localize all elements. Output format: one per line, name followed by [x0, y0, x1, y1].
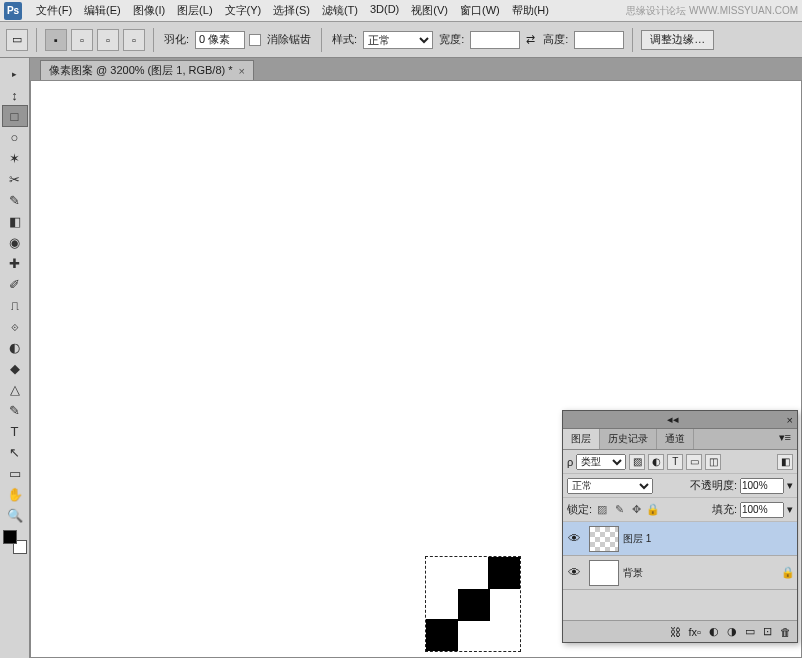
- lock-label: 锁定:: [567, 502, 592, 517]
- filter-kind-select[interactable]: 类型: [576, 454, 626, 470]
- tool-button[interactable]: ↕: [3, 85, 27, 105]
- tool-button[interactable]: ◉: [3, 232, 27, 252]
- tool-button[interactable]: ◆: [3, 358, 27, 378]
- filter-toggle-icon[interactable]: ◧: [777, 454, 793, 470]
- width-input: [470, 31, 520, 49]
- filter-adjust-icon[interactable]: ◐: [648, 454, 664, 470]
- document-tab-bar: 像素图案 @ 3200% (图层 1, RGB/8) * ×: [30, 58, 802, 80]
- tool-button[interactable]: 🔍: [3, 505, 27, 525]
- selection-subtract-icon[interactable]: ▫: [97, 29, 119, 51]
- pixel-block: [458, 589, 490, 621]
- panel-collapse-icon[interactable]: ◂◂: [663, 413, 683, 426]
- filter-smart-icon[interactable]: ◫: [705, 454, 721, 470]
- layer-row[interactable]: 👁图层 1: [563, 522, 797, 556]
- filter-pixel-icon[interactable]: ▨: [629, 454, 645, 470]
- layer-fx-icon[interactable]: fx▫: [689, 626, 701, 638]
- tool-button[interactable]: △: [3, 379, 27, 399]
- tool-button[interactable]: ✎: [3, 190, 27, 210]
- tool-button[interactable]: ✐: [3, 274, 27, 294]
- lock-paint-icon[interactable]: ✎: [612, 503, 626, 516]
- tool-button[interactable]: ⎍: [3, 295, 27, 315]
- tool-button[interactable]: ✚: [3, 253, 27, 273]
- tool-button[interactable]: ↖: [3, 442, 27, 462]
- menu-item[interactable]: 3D(D): [364, 1, 405, 20]
- menu-item[interactable]: 编辑(E): [78, 1, 127, 20]
- lock-icon: 🔒: [779, 566, 797, 579]
- expand-icon[interactable]: ▸: [3, 64, 27, 84]
- refine-edge-button[interactable]: 调整边缘…: [641, 30, 714, 50]
- width-label: 宽度:: [437, 32, 466, 47]
- style-select[interactable]: 正常: [363, 31, 433, 49]
- menu-item[interactable]: 滤镜(T): [316, 1, 364, 20]
- blend-mode-select[interactable]: 正常: [567, 478, 653, 494]
- menu-item[interactable]: 文件(F): [30, 1, 78, 20]
- menu-item[interactable]: 图像(I): [127, 1, 171, 20]
- tab-layers[interactable]: 图层: [563, 429, 600, 449]
- menu-item[interactable]: 文字(Y): [219, 1, 268, 20]
- tool-button[interactable]: ✋: [3, 484, 27, 504]
- marquee-preset-icon[interactable]: ▭: [6, 29, 28, 51]
- menu-item[interactable]: 视图(V): [405, 1, 454, 20]
- panel-tabs: 图层 历史记录 通道 ▾≡: [563, 429, 797, 450]
- opacity-input[interactable]: [740, 478, 784, 494]
- tool-button[interactable]: ⟐: [3, 316, 27, 336]
- group-icon[interactable]: ▭: [745, 625, 755, 638]
- tool-button[interactable]: T: [3, 421, 27, 441]
- swap-wh-icon: ⇄: [524, 33, 537, 46]
- opacity-dropdown-icon[interactable]: ▾: [787, 479, 793, 492]
- tool-button[interactable]: ✂: [3, 169, 27, 189]
- filter-shape-icon[interactable]: ▭: [686, 454, 702, 470]
- layer-list: 👁图层 1👁背景🔒: [563, 522, 797, 590]
- tool-button[interactable]: ◧: [3, 211, 27, 231]
- tool-button[interactable]: ○: [3, 127, 27, 147]
- lock-trans-icon[interactable]: ▨: [595, 503, 609, 516]
- panel-close-icon[interactable]: ×: [783, 414, 797, 426]
- selection-intersect-icon[interactable]: ▫: [123, 29, 145, 51]
- layer-mask-icon[interactable]: ◐: [709, 625, 719, 638]
- tool-button[interactable]: ▭: [3, 463, 27, 483]
- selection-add-icon[interactable]: ▫: [71, 29, 93, 51]
- link-layers-icon[interactable]: ⛓: [670, 626, 681, 638]
- tool-button[interactable]: □: [3, 106, 27, 126]
- fill-dropdown-icon[interactable]: ▾: [787, 503, 793, 516]
- lock-all-icon[interactable]: 🔒: [646, 503, 660, 516]
- fill-label: 填充:: [712, 502, 737, 517]
- filter-type-icon[interactable]: T: [667, 454, 683, 470]
- tool-button[interactable]: ◐: [3, 337, 27, 357]
- menu-item[interactable]: 选择(S): [267, 1, 316, 20]
- adjustment-icon[interactable]: ◑: [727, 625, 737, 638]
- delete-layer-icon[interactable]: 🗑: [780, 626, 791, 638]
- opacity-label: 不透明度:: [690, 478, 737, 493]
- menu-item[interactable]: 窗口(W): [454, 1, 506, 20]
- layer-thumbnail[interactable]: [589, 526, 619, 552]
- panel-menu-icon[interactable]: ▾≡: [773, 429, 797, 449]
- layers-panel: ◂◂ × 图层 历史记录 通道 ▾≡ ρ 类型 ▨ ◐ T ▭ ◫ ◧ 正常 不…: [562, 410, 798, 643]
- visibility-icon[interactable]: 👁: [563, 531, 585, 546]
- new-layer-icon[interactable]: ⊡: [763, 625, 772, 638]
- feather-label: 羽化:: [162, 32, 191, 47]
- menu-item[interactable]: 图层(L): [171, 1, 218, 20]
- layer-thumbnail[interactable]: [589, 560, 619, 586]
- close-tab-icon[interactable]: ×: [239, 65, 245, 77]
- fg-bg-swatches[interactable]: [3, 530, 27, 554]
- document-tab-title: 像素图案 @ 3200% (图层 1, RGB/8) *: [49, 63, 233, 78]
- fill-input[interactable]: [740, 502, 784, 518]
- lock-row: 锁定: ▨ ✎ ✥ 🔒 填充: ▾: [563, 498, 797, 522]
- kind-icon: ρ: [567, 456, 573, 468]
- tool-button[interactable]: ✎: [3, 400, 27, 420]
- tab-channels[interactable]: 通道: [657, 429, 694, 449]
- tab-history[interactable]: 历史记录: [600, 429, 657, 449]
- lock-pos-icon[interactable]: ✥: [629, 503, 643, 516]
- tool-button[interactable]: ✶: [3, 148, 27, 168]
- visibility-icon[interactable]: 👁: [563, 565, 585, 580]
- selection-new-icon[interactable]: ▪: [45, 29, 67, 51]
- document-tab[interactable]: 像素图案 @ 3200% (图层 1, RGB/8) * ×: [40, 60, 254, 80]
- layer-name[interactable]: 图层 1: [623, 532, 779, 546]
- menu-item[interactable]: 帮助(H): [506, 1, 555, 20]
- layer-row[interactable]: 👁背景🔒: [563, 556, 797, 590]
- app-logo: Ps: [4, 2, 22, 20]
- feather-input[interactable]: [195, 31, 245, 49]
- layer-name[interactable]: 背景: [623, 566, 779, 580]
- panel-header[interactable]: ◂◂ ×: [563, 411, 797, 429]
- pixel-block: [488, 557, 520, 589]
